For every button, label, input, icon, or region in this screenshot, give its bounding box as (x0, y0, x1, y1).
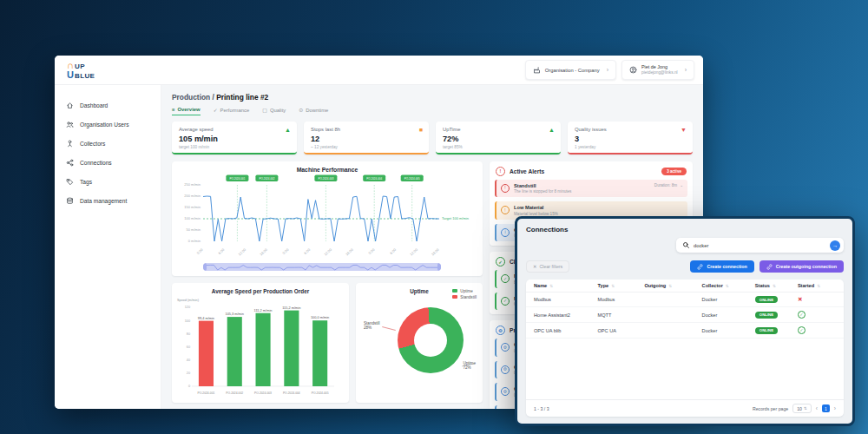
kpi-label: Average speed (179, 127, 290, 132)
tab-label: Overview (177, 107, 200, 112)
column-header-status[interactable]: Status ⇅ (755, 283, 798, 288)
check-icon: ✓ (501, 297, 510, 306)
per-page-select[interactable]: 10 ⇅ (792, 404, 811, 413)
current-page[interactable]: 1 (822, 404, 830, 412)
sidebar-item-tags[interactable]: Tags (55, 172, 161, 191)
alert-status-icon: ! (501, 184, 510, 193)
svg-text:100: 100 (185, 319, 190, 322)
sidebar-item-connections[interactable]: Connections (55, 153, 161, 172)
svg-text:0 m/min: 0 m/min (188, 239, 201, 243)
sort-icon[interactable]: ⇅ (817, 284, 820, 288)
sort-icon[interactable]: ⇅ (668, 284, 672, 288)
cell-type: MQTT (598, 312, 645, 318)
gear-icon: ⚙ (501, 387, 510, 396)
svg-text:Speed (m/min): Speed (m/min) (177, 299, 200, 302)
sidebar-item-label: Dashboard (80, 102, 108, 108)
sidebar-item-data-management[interactable]: Data management (55, 191, 161, 210)
check-icon: ✓ (496, 257, 505, 266)
create-outgoing-connection-button[interactable]: Create outgoing connection (760, 260, 844, 273)
column-header-type[interactable]: Type ⇅ (598, 283, 645, 288)
create-outgoing-label: Create outgoing connection (776, 264, 837, 269)
breadcrumb-root[interactable]: Production / (172, 93, 214, 102)
donut-ring (398, 307, 464, 373)
column-header-name[interactable]: Name ⇅ (534, 283, 598, 288)
cell-name: Home Assistant2 (534, 312, 598, 318)
svg-text:6:00: 6:00 (303, 247, 312, 254)
sort-icon[interactable]: ⇅ (549, 284, 553, 288)
sidebar: DashboardOrganisation UsersCollectorsCon… (55, 85, 161, 409)
brush-handle-right[interactable] (437, 263, 441, 271)
svg-text:20: 20 (187, 372, 190, 375)
per-page-label: Records per page (753, 406, 788, 411)
avg-speed-card: Average Speed per Production Order Speed… (172, 283, 349, 403)
organisation-selector[interactable]: Organisation - Company › (525, 60, 616, 80)
chevron-down-icon[interactable]: ⌄ (680, 183, 683, 187)
alert-description: The line is stopped for 8 minutes (514, 189, 650, 194)
search-input[interactable]: docker → (676, 238, 844, 253)
tab-quality[interactable]: ▢Quality (262, 107, 286, 115)
svg-text:0:00: 0:00 (281, 247, 290, 254)
prev-page-button[interactable]: ‹ (816, 405, 818, 411)
column-header-collector[interactable]: Collector ⇅ (702, 283, 755, 288)
next-page-button[interactable]: › (834, 405, 836, 411)
tab-downtime[interactable]: ⊙Downtime (299, 107, 328, 115)
link-icon (697, 264, 703, 270)
cell-collector: Docker (702, 328, 755, 333)
table-row-opc-ua-blib[interactable]: OPC UA blib OPC UA Docker ONLINE ✓ (526, 323, 844, 339)
logo-text-up: UP (75, 63, 85, 70)
kpi-value: 72% (443, 135, 554, 143)
tab-performance[interactable]: ✓Performance (214, 107, 250, 115)
uptime-donut-chart: Standstill28%Uptime72% (361, 295, 477, 389)
tab-bar: ≡Overview✓Performance▢Quality⊙Downtime (172, 107, 693, 115)
sort-icon[interactable]: ⇅ (611, 284, 615, 288)
svg-text:0: 0 (188, 385, 190, 388)
clear-filters-button[interactable]: ✕ Clear filters (526, 260, 569, 273)
donut-hole (414, 324, 447, 357)
modal-title: Connections (526, 226, 844, 233)
svg-text:PO-2024-005: PO-2024-005 (312, 391, 329, 395)
column-header-outgoing[interactable]: Outgoing ⇅ (644, 283, 701, 288)
sort-icon[interactable]: ⇅ (773, 284, 776, 288)
svg-text:100,0 m/min: 100,0 m/min (311, 315, 329, 319)
home-icon (66, 102, 74, 109)
gear-icon: ⚙ (496, 326, 505, 335)
tab-icon: ▢ (262, 108, 267, 113)
machine-performance-card: Machine Performance 0 m/min50 m/min100 m… (172, 161, 483, 276)
svg-text:PO-2024-001: PO-2024-001 (198, 391, 215, 395)
tab-overview[interactable]: ≡Overview (172, 107, 201, 115)
cell-name: OPC UA blib (534, 328, 598, 333)
user-name: Piet de Jong (641, 64, 678, 70)
organisation-label: Organisation - Company (545, 68, 600, 73)
table-row-modbus[interactable]: Modbus Modbus Docker ONLINE ✕ (526, 293, 844, 307)
tab-icon: ≡ (172, 107, 174, 112)
svg-text:111,2 m/min: 111,2 m/min (254, 307, 273, 312)
table-row-home-assistant2[interactable]: Home Assistant2 MQTT Docker ONLINE ✓ (526, 307, 844, 323)
check-icon: ✓ (501, 274, 510, 283)
sidebar-item-organisation-users[interactable]: Organisation Users (55, 115, 161, 134)
sidebar-item-label: Organisation Users (80, 122, 128, 128)
kpi-value: 12 (311, 135, 422, 143)
cell-name: Modbus (534, 297, 598, 302)
alert-icon: ! (496, 167, 505, 176)
alert-item-standstill[interactable]: ! Standstill The line is stopped for 8 m… (495, 180, 687, 198)
create-connection-button[interactable]: Create connection (690, 260, 753, 273)
column-header-started[interactable]: Started ⇅ (798, 283, 836, 288)
svg-text:250 m/min: 250 m/min (184, 182, 201, 187)
sort-icon[interactable]: ⇅ (726, 284, 729, 288)
svg-text:PO-2024-004: PO-2024-004 (283, 391, 300, 395)
database-icon (66, 197, 74, 205)
chart-zoom-brush[interactable] (203, 263, 441, 271)
kpi-label: Stops last 8h (311, 127, 422, 132)
chart-title: Machine Performance (177, 167, 477, 173)
users-icon (66, 121, 74, 128)
factory-icon (533, 66, 541, 74)
sidebar-item-collectors[interactable]: Collectors (55, 134, 161, 153)
user-menu[interactable]: Piet de Jong pietdejong@links.nl › (621, 60, 694, 80)
kpi-card-average-speed: Average speed 105 m/min target 100 m/min… (172, 122, 297, 155)
sidebar-item-label: Collectors (80, 141, 105, 147)
svg-text:0:00: 0:00 (367, 247, 376, 254)
logo-text-blue: BLUE (75, 73, 95, 80)
slice-label-uptime: Uptime72% (463, 361, 476, 371)
search-submit-button[interactable]: → (830, 240, 840, 251)
sidebar-item-dashboard[interactable]: Dashboard (55, 95, 161, 115)
